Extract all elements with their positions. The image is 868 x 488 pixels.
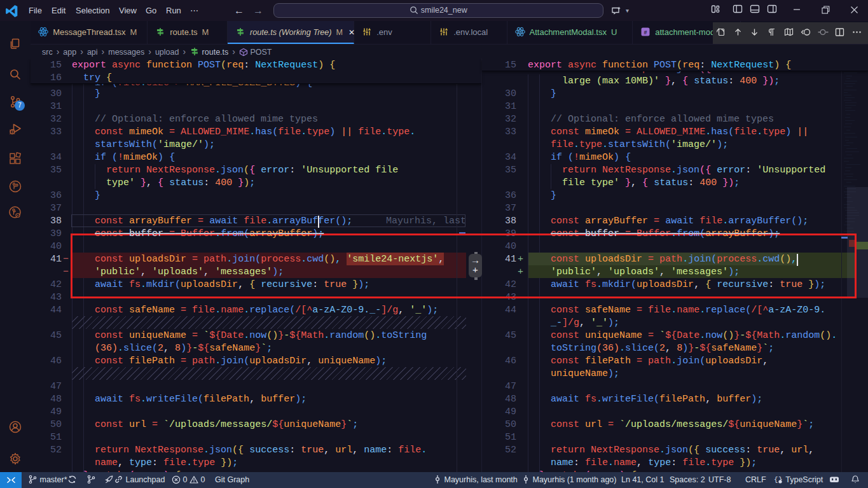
svg-text:{: { (774, 476, 778, 484)
svg-text:#: # (644, 29, 647, 36)
